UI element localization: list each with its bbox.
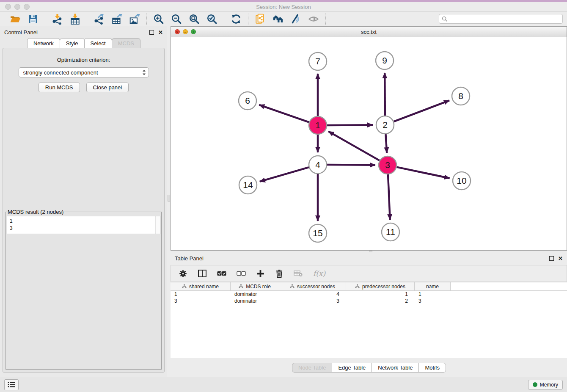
- network-window-title: scc.txt: [171, 29, 567, 35]
- network-window-titlebar[interactable]: × − + scc.txt: [171, 27, 567, 37]
- graph-node-6[interactable]: 6: [239, 92, 256, 110]
- graph-edge-1-2[interactable]: [327, 125, 373, 125]
- tab-edge-table[interactable]: Edge Table: [332, 363, 372, 373]
- svg-text:6: 6: [245, 96, 250, 105]
- graph-edge-3-11[interactable]: [388, 174, 390, 220]
- graph-edge-4-14[interactable]: [260, 167, 309, 182]
- hide-graphics-icon[interactable]: [290, 14, 301, 25]
- close-panel-button[interactable]: Close panel: [86, 83, 129, 92]
- tab-style[interactable]: Style: [60, 38, 85, 48]
- control-panel-title: Control Panel: [4, 29, 38, 36]
- search-field[interactable]: [439, 14, 563, 24]
- export-network-icon[interactable]: [94, 14, 105, 25]
- tab-select[interactable]: Select: [84, 38, 112, 48]
- graph-node-9[interactable]: 9: [376, 52, 394, 69]
- tab-motifs[interactable]: Motifs: [418, 363, 446, 373]
- show-graphics-icon[interactable]: [308, 14, 319, 25]
- table-row[interactable]: 1 dominator 4 1 1: [171, 291, 567, 298]
- graph-edge-3-1[interactable]: [328, 131, 380, 160]
- close-table-panel-icon[interactable]: ✕: [558, 256, 563, 261]
- cell-predecessor-nodes[interactable]: 2: [346, 298, 415, 304]
- cell-mcds-role[interactable]: dominator: [231, 291, 279, 298]
- graph-node-7[interactable]: 7: [309, 52, 327, 70]
- zoom-selected-icon[interactable]: [206, 14, 217, 25]
- close-panel-icon[interactable]: ✕: [158, 30, 163, 35]
- table-row[interactable]: 3 dominator 3 2 3: [171, 298, 567, 304]
- export-table-icon[interactable]: [111, 14, 122, 25]
- graph-edge-3-10[interactable]: [397, 167, 450, 178]
- tab-mcds[interactable]: MCDS: [112, 38, 140, 48]
- run-mcds-button[interactable]: Run MCDS: [39, 83, 80, 92]
- graph-node-4[interactable]: 4: [309, 156, 327, 174]
- import-table-icon[interactable]: [69, 14, 80, 25]
- graph-node-14[interactable]: 14: [239, 176, 257, 194]
- split-columns-icon[interactable]: [198, 268, 207, 279]
- column-header-successor-nodes[interactable]: successor nodes: [279, 282, 346, 290]
- optimization-criterion-select[interactable]: strongly connected component: [19, 67, 149, 77]
- main-toolbar: [0, 12, 567, 26]
- graph-node-8[interactable]: 8: [452, 87, 470, 105]
- memory-button[interactable]: Memory: [528, 380, 563, 390]
- graph-node-15[interactable]: 15: [309, 224, 327, 242]
- cell-name[interactable]: 1: [415, 291, 451, 298]
- save-session-icon[interactable]: [28, 14, 39, 25]
- vertical-splitter[interactable]: [167, 26, 171, 377]
- add-column-icon[interactable]: [256, 268, 265, 279]
- cell-predecessor-nodes[interactable]: 1: [346, 291, 415, 298]
- zoom-in-icon[interactable]: [153, 14, 164, 25]
- graph-node-1[interactable]: 1: [309, 116, 327, 134]
- mcds-result-textarea[interactable]: 1 3: [7, 216, 160, 234]
- cell-successor-nodes[interactable]: 4: [279, 291, 346, 298]
- zoom-out-icon[interactable]: [171, 14, 182, 25]
- function-builder-icon[interactable]: f(x): [313, 268, 325, 279]
- window-title: Session: New Session: [0, 4, 567, 10]
- cell-shared-name[interactable]: 3: [171, 298, 231, 304]
- graph-edge-2-3[interactable]: [385, 134, 387, 153]
- select-all-icon[interactable]: [217, 268, 226, 279]
- float-table-panel-icon[interactable]: [549, 256, 554, 261]
- cell-shared-name[interactable]: 1: [171, 291, 231, 298]
- float-panel-icon[interactable]: [149, 30, 154, 35]
- cell-name[interactable]: 3: [415, 298, 451, 304]
- import-network-icon[interactable]: [52, 14, 63, 25]
- zoom-fit-icon[interactable]: [189, 14, 200, 25]
- graph-edge-2-9[interactable]: [385, 73, 385, 116]
- column-header-mcds-role[interactable]: MCDS role: [231, 282, 279, 290]
- cell-successor-nodes[interactable]: 3: [279, 298, 346, 304]
- cell-mcds-role[interactable]: dominator: [231, 298, 279, 304]
- open-session-icon[interactable]: [10, 14, 21, 25]
- network-window: × − + scc.txt 79681243141015: [171, 26, 567, 251]
- mcds-result-values: 1 3: [7, 216, 160, 234]
- splitter-grip[interactable]: [168, 195, 170, 202]
- graph-edge-2-8[interactable]: [394, 100, 449, 121]
- export-image-icon[interactable]: [129, 14, 140, 25]
- column-header-predecessor-nodes[interactable]: predecessor nodes: [346, 282, 415, 290]
- svg-text:8: 8: [458, 91, 463, 101]
- search-icon: [442, 16, 448, 22]
- graph-node-3[interactable]: 3: [379, 156, 396, 174]
- delete-table-icon[interactable]: [294, 268, 303, 279]
- tab-network[interactable]: Network: [27, 38, 60, 48]
- delete-icon[interactable]: [275, 268, 284, 279]
- task-history-button[interactable]: [4, 379, 19, 390]
- deselect-all-icon[interactable]: [237, 268, 246, 279]
- graph-node-11[interactable]: 11: [382, 223, 399, 241]
- result-scrollbar[interactable]: [155, 216, 160, 234]
- graph-node-2[interactable]: 2: [376, 116, 394, 134]
- graph-edge-1-6[interactable]: [259, 105, 309, 122]
- graph-node-10[interactable]: 10: [453, 172, 471, 190]
- column-header-shared-name[interactable]: shared name: [171, 282, 231, 290]
- tab-network-table[interactable]: Network Table: [372, 363, 419, 373]
- graph-edge-4-3[interactable]: [327, 165, 375, 165]
- network-file-icon[interactable]: [255, 14, 266, 25]
- search-input[interactable]: [449, 16, 562, 22]
- horizontal-splitter[interactable]: [171, 251, 567, 252]
- home-icon[interactable]: [272, 14, 284, 25]
- tab-node-table[interactable]: Node Table: [292, 363, 333, 373]
- stepper-arrows-icon: [142, 69, 146, 76]
- network-canvas[interactable]: 7968124314101511: [171, 37, 567, 250]
- hsplitter-grip[interactable]: [369, 251, 372, 252]
- gear-icon[interactable]: [179, 268, 187, 279]
- column-header-name[interactable]: name: [415, 282, 451, 290]
- first-neighbors-icon[interactable]: [231, 14, 242, 25]
